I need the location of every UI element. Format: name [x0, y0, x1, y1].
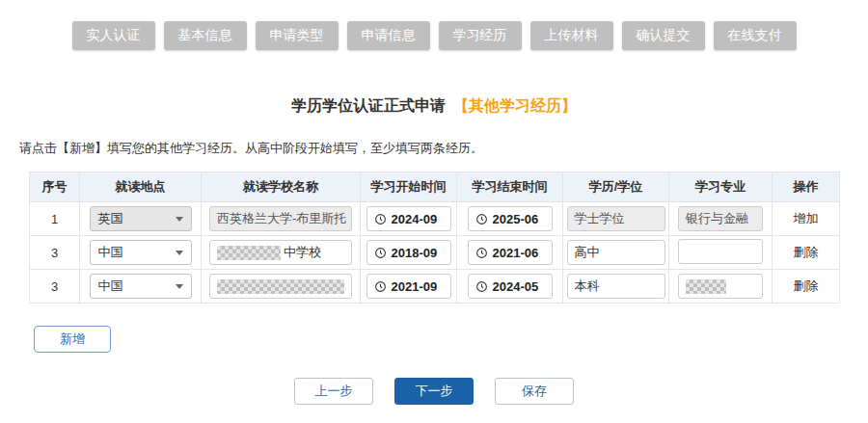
degree-input[interactable]: 本科	[567, 274, 665, 299]
footer-actions: 上一步 下一步 保存	[0, 378, 868, 405]
column-header: 学习专业	[669, 172, 773, 202]
page-title-highlight: 【其他学习经历】	[453, 97, 577, 114]
location-select[interactable]: 中国	[90, 274, 192, 299]
cell-start-date: 2021-09	[361, 270, 457, 304]
clock-icon	[374, 247, 387, 259]
end-date-input-value: 2024-05	[493, 279, 539, 294]
cell-degree: 学士学位	[563, 202, 669, 236]
major-input[interactable]	[678, 239, 763, 264]
start-date-input-value: 2024-09	[392, 212, 438, 226]
clock-icon	[475, 247, 488, 259]
table-header-row: 序号就读地点就读学校名称学习开始时间学习结束时间学历/学位学习专业操作	[30, 172, 840, 202]
cell-school: 中学校	[202, 236, 361, 270]
cell-end-date: 2025-06	[457, 202, 563, 236]
redacted-block	[217, 246, 281, 260]
cell-major	[669, 270, 773, 304]
cell-action: 删除	[773, 236, 840, 270]
location-select: 英国	[90, 206, 192, 231]
cell-seq: 3	[30, 270, 80, 304]
step-button-1[interactable]: 实人认证	[72, 21, 155, 50]
school-name-input[interactable]	[209, 274, 352, 299]
cell-degree: 本科	[563, 270, 669, 304]
chevron-down-icon	[176, 251, 183, 255]
column-header: 学历/学位	[563, 172, 669, 202]
cell-location: 英国	[80, 202, 202, 236]
cell-end-date: 2024-05	[457, 270, 563, 304]
cell-school: 西英格兰大学-布里斯托	[202, 202, 361, 236]
school-name-text: 西英格兰大学-布里斯托	[217, 210, 346, 227]
cell-start-date: 2018-09	[361, 236, 457, 270]
start-date-input[interactable]: 2024-09	[366, 206, 451, 231]
school-name-text: 中学校	[284, 244, 321, 261]
step-button-7[interactable]: 确认提交	[622, 21, 705, 50]
start-date-input[interactable]: 2021-09	[366, 274, 451, 299]
delete-row-link[interactable]: 删除	[794, 278, 819, 293]
clock-icon	[374, 280, 387, 293]
cell-seq: 1	[30, 202, 80, 236]
page-title-main: 学历学位认证正式申请	[291, 97, 446, 114]
experience-table-wrap: 序号就读地点就读学校名称学习开始时间学习结束时间学历/学位学习专业操作 1英国西…	[29, 172, 839, 304]
location-select-value: 中国	[98, 244, 123, 261]
location-select-value: 英国	[98, 210, 123, 227]
start-date-input[interactable]: 2018-09	[366, 240, 451, 265]
cell-seq: 3	[30, 236, 80, 270]
cell-major: 银行与金融	[669, 202, 773, 236]
cell-location: 中国	[80, 236, 202, 270]
cell-school	[202, 270, 361, 304]
add-row-link[interactable]: 增加	[794, 211, 819, 225]
column-header: 学习开始时间	[361, 172, 457, 202]
end-date-input[interactable]: 2024-05	[468, 274, 553, 299]
location-select[interactable]: 中国	[90, 240, 192, 265]
add-button[interactable]: 新增	[34, 326, 111, 353]
save-button[interactable]: 保存	[495, 378, 574, 405]
degree-input: 学士学位	[567, 206, 665, 231]
experience-table: 序号就读地点就读学校名称学习开始时间学习结束时间学历/学位学习专业操作 1英国西…	[29, 172, 840, 304]
cell-major	[669, 236, 773, 270]
school-name-input[interactable]: 中学校	[209, 240, 352, 265]
location-select-value: 中国	[98, 278, 123, 295]
prev-step-button[interactable]: 上一步	[294, 378, 373, 405]
major-input: 银行与金融	[678, 206, 763, 231]
instruction-text: 请点击【新增】填写您的其他学习经历。从高中阶段开始填写，至少填写两条经历。	[19, 140, 868, 157]
table-body: 1英国西英格兰大学-布里斯托2024-092025-06学士学位银行与金融增加3…	[30, 202, 840, 304]
column-header: 操作	[773, 172, 840, 202]
clock-icon	[475, 280, 488, 293]
end-date-input-value: 2025-06	[493, 212, 539, 226]
cell-start-date: 2024-09	[361, 202, 457, 236]
step-button-4[interactable]: 申请信息	[347, 21, 430, 50]
clock-icon	[374, 213, 387, 225]
chevron-down-icon	[176, 217, 183, 222]
step-navigation: 实人认证基本信息申请类型申请信息学习经历上传材料确认提交在线支付	[0, 0, 868, 50]
step-button-8[interactable]: 在线支付	[714, 21, 797, 50]
end-date-input[interactable]: 2021-06	[468, 240, 553, 265]
cell-location: 中国	[80, 270, 202, 304]
next-step-button[interactable]: 下一步	[394, 378, 474, 405]
clock-icon	[475, 213, 488, 225]
step-button-2[interactable]: 基本信息	[164, 21, 247, 50]
delete-row-link[interactable]: 删除	[794, 245, 819, 259]
column-header: 就读学校名称	[202, 172, 361, 202]
cell-action: 增加	[773, 202, 840, 236]
major-input[interactable]	[678, 274, 763, 299]
step-button-6[interactable]: 上传材料	[530, 21, 613, 50]
end-date-input-value: 2021-06	[493, 246, 539, 260]
end-date-input[interactable]: 2025-06	[468, 206, 553, 231]
redacted-block	[686, 279, 726, 294]
cell-end-date: 2021-06	[457, 236, 563, 270]
start-date-input-value: 2021-09	[392, 279, 438, 294]
table-row: 1英国西英格兰大学-布里斯托2024-092025-06学士学位银行与金融增加	[30, 202, 840, 236]
chevron-down-icon	[176, 284, 183, 289]
table-row: 3中国中学校2018-092021-06高中删除	[30, 236, 840, 270]
table-row: 3中国2021-092024-05本科删除	[30, 270, 840, 304]
major-text: 银行与金融	[686, 210, 748, 227]
column-header: 序号	[30, 172, 80, 202]
cell-action: 删除	[773, 270, 840, 304]
page-title: 学历学位认证正式申请【其他学习经历】	[0, 96, 868, 117]
step-button-3[interactable]: 申请类型	[256, 21, 339, 50]
school-name-input: 西英格兰大学-布里斯托	[209, 206, 352, 231]
degree-input[interactable]: 高中	[567, 240, 665, 265]
column-header: 学习结束时间	[457, 172, 563, 202]
redacted-block	[217, 279, 344, 294]
step-button-5[interactable]: 学习经历	[439, 21, 522, 50]
start-date-input-value: 2018-09	[392, 246, 438, 260]
